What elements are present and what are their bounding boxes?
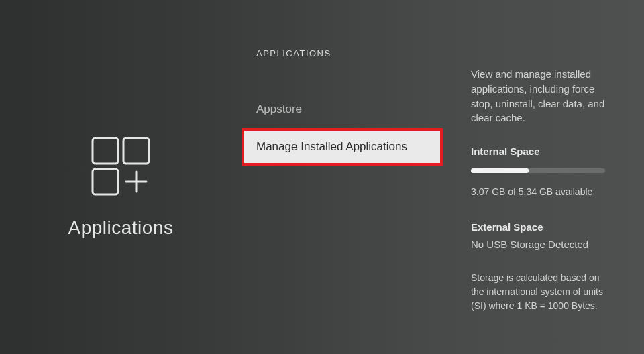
breadcrumb: APPLICATIONS [241,48,443,58]
sidebar-title: Applications [68,217,174,239]
storage-note: Storage is calculated based on the inter… [471,271,605,313]
description-text: View and manage installed applications, … [471,67,605,125]
menu-item-manage-installed-applications[interactable]: Manage Installed Applications [241,128,443,166]
external-space-heading: External Space [471,220,605,235]
svg-rect-1 [123,138,149,164]
menu-column: APPLICATIONS Appstore Manage Installed A… [241,0,443,354]
external-space-status: No USB Storage Detected [471,237,605,252]
internal-space-heading: Internal Space [471,144,605,159]
menu-item-appstore[interactable]: Appstore [241,91,443,128]
internal-space-available: 3.07 GB of 5.34 GB available [471,185,605,198]
sidebar: Applications [0,0,241,354]
svg-rect-2 [93,169,118,194]
menu-item-label: Appstore [256,103,302,116]
info-panel: View and manage installed applications, … [443,0,644,354]
menu-item-label: Manage Installed Applications [256,140,407,154]
storage-bar-fill [471,168,529,173]
storage-bar [471,168,605,173]
applications-icon [90,135,152,197]
svg-rect-0 [93,138,118,164]
